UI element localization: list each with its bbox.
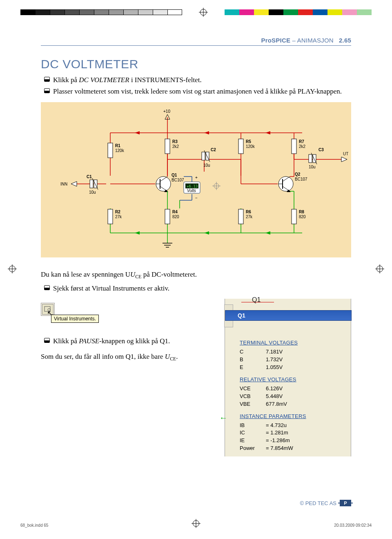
svg-text:820: 820 <box>172 215 179 219</box>
panel-row: VCB5.448V <box>240 393 343 400</box>
capacitor-C2: C2 10u <box>167 148 241 172</box>
grayscale-bar <box>20 9 182 15</box>
svg-text:R5: R5 <box>246 139 251 144</box>
panel-row: Power= 7.854mW <box>240 445 343 452</box>
svg-marker-103 <box>135 231 140 235</box>
svg-text:R4: R4 <box>172 210 178 214</box>
svg-marker-62 <box>341 157 347 162</box>
registration-mark-icon <box>200 9 207 16</box>
publisher-logo-icon: P <box>340 500 351 506</box>
running-header: ProSPICE – ANIMASJON 2.65 <box>41 37 351 45</box>
component-info-panel: Q1 Q1 ← TERMINAL VOLTAGES C7.181V B1.732… <box>225 299 351 456</box>
capacitor-C3: C3 10u <box>294 148 327 169</box>
svg-marker-101 <box>204 131 209 134</box>
bullet-item: Sjekk først at Virtual Instruments er ak… <box>44 284 351 293</box>
transistor-Q1: Q1 BC107 <box>110 154 184 208</box>
bullet-icon <box>44 285 50 290</box>
svg-text:10u: 10u <box>309 165 316 169</box>
schematic-supply-label: +10 <box>163 109 170 114</box>
svg-text:BC107: BC107 <box>295 177 307 181</box>
bullet-item: Klikk på PAUSE-knappen og klikk på Q1. <box>44 336 208 346</box>
header-rule <box>41 45 351 46</box>
svg-rect-14 <box>108 143 113 158</box>
intro-bullets: Klikk på DC VOLTMETER i INSTRUMENTS-felt… <box>44 75 351 96</box>
bullet-icon <box>44 88 50 93</box>
page-footer: © PED TEC AS P <box>300 500 351 506</box>
capacitor-C1: C1 10u <box>75 174 106 195</box>
svg-text:2k2: 2k2 <box>299 144 306 149</box>
panel-section-title: INSTANCE PARAMETERS <box>240 413 343 419</box>
resistor-R6: R6 27k <box>238 209 253 224</box>
svg-text:820: 820 <box>299 215 306 219</box>
bullet-text: Klikk på <box>53 76 79 84</box>
panel-row: VCE6.126V <box>240 385 343 393</box>
virtual-instruments-button[interactable]: ↖ Virtual Instruments. <box>41 303 55 316</box>
panel-row: E1.055V <box>240 364 343 371</box>
bullet-icon <box>44 338 50 343</box>
svg-text:27k: 27k <box>246 215 253 219</box>
svg-text:−: − <box>195 196 198 200</box>
svg-text:C1: C1 <box>87 174 92 179</box>
bullet-text: i INSTRUMENTS-feltet. <box>129 76 202 84</box>
resistor-R3: R3 2k2 <box>165 139 179 154</box>
panel-title: Q1 <box>238 312 245 319</box>
svg-marker-105 <box>265 231 270 235</box>
panel-titlebar[interactable]: Q1 <box>225 310 352 321</box>
header-brand: ProSPICE <box>261 37 291 44</box>
panel-body: TERMINAL VOLTAGES C7.181V B1.732V E1.055… <box>225 315 351 456</box>
print-timestamp: 20.03.2009 09:02:34 <box>334 523 372 528</box>
resistor-R1: R1 120k <box>108 143 125 158</box>
svg-rect-29 <box>165 209 170 224</box>
panel-row: VBE677.8mV <box>240 400 343 408</box>
bullet-text: -knappen og klikk på Q1. <box>99 337 170 345</box>
bullet-icon <box>44 77 50 82</box>
print-registration-top <box>0 8 392 16</box>
body-paragraph: Du kan nå lese av spenningen UUCE på DC-… <box>41 270 351 280</box>
wire-arrow-icon: ← <box>219 413 227 423</box>
panel-row: B1.732V <box>240 356 343 364</box>
header-section: – ANIMASJON <box>290 37 334 44</box>
page-content: ProSPICE – ANIMASJON 2.65 DC VOLTMETER K… <box>41 37 351 506</box>
bullet-text-em: PAUSE <box>79 337 99 345</box>
bullet-text: Plasser voltmeteret som vist, trekk lede… <box>53 87 342 96</box>
page-title: DC VOLTMETER <box>41 57 351 71</box>
svg-text:120k: 120k <box>246 144 255 149</box>
svg-rect-17 <box>165 139 170 154</box>
bullet-item: Plasser voltmeteret som vist, trekk lede… <box>44 87 351 96</box>
svg-text:10u: 10u <box>89 190 96 195</box>
svg-rect-23 <box>292 139 296 154</box>
svg-text:R3: R3 <box>172 139 178 144</box>
svg-text:C2: C2 <box>211 148 216 152</box>
panel-row: IE= -1.286m <box>240 437 343 445</box>
panel-row: C7.181V <box>240 348 343 356</box>
svg-text:+6.13: +6.13 <box>187 184 198 188</box>
svg-text:R6: R6 <box>246 210 251 214</box>
print-footer: 68_bok.indd 65 20.03.2009 09:02:34 <box>20 523 372 528</box>
svg-marker-100 <box>135 131 140 134</box>
resistor-R2: R2 27k <box>108 209 122 224</box>
svg-text:R7: R7 <box>299 139 304 144</box>
svg-text:R8: R8 <box>299 210 304 214</box>
body-paragraph: Som du ser, du får all info om Q1, ikke … <box>41 352 208 362</box>
svg-rect-26 <box>108 209 113 224</box>
svg-text:Q2: Q2 <box>295 172 301 177</box>
svg-text:BC107: BC107 <box>172 178 184 182</box>
svg-text:C3: C3 <box>318 148 324 152</box>
resistor-R4: R4 820 <box>165 209 179 224</box>
schematic-ut-label: UT <box>343 152 348 156</box>
resistor-R8: R8 820 <box>292 209 306 224</box>
svg-marker-44 <box>71 181 77 186</box>
svg-text:10u: 10u <box>203 163 210 168</box>
transistor-Q2: Q2 BC107 <box>278 154 307 208</box>
svg-text:+: + <box>195 175 198 180</box>
panel-section-title: RELATIVE VOLTAGES <box>240 376 343 382</box>
panel-row: IC= 1.281m <box>240 429 343 437</box>
svg-text:120k: 120k <box>115 148 125 153</box>
svg-rect-39 <box>90 180 93 188</box>
svg-text:Q1: Q1 <box>172 173 177 177</box>
component-label: Q1 <box>252 296 261 304</box>
color-bar <box>225 9 372 15</box>
bullet-text: Klikk på <box>53 337 79 345</box>
svg-rect-35 <box>292 209 296 224</box>
svg-rect-47 <box>202 152 205 160</box>
